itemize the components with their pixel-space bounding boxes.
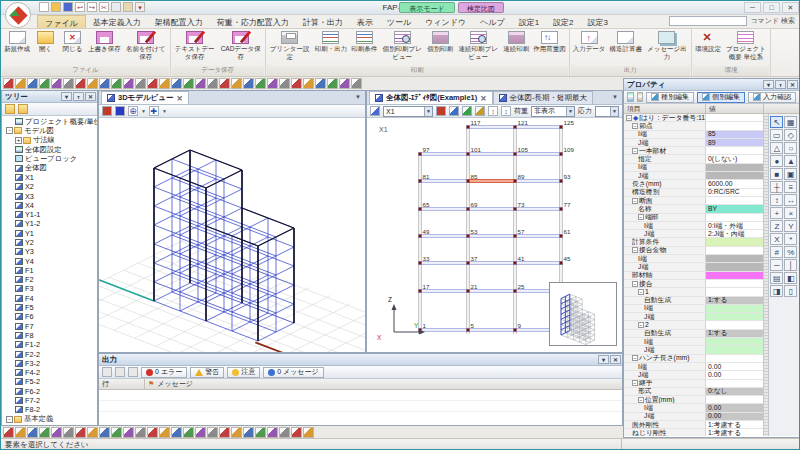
toolbar-icon[interactable] <box>63 427 74 438</box>
toolbar-icon[interactable] <box>303 78 314 89</box>
property-value[interactable]: 0(しない) <box>706 155 763 162</box>
ribbon-tab[interactable]: 基本定義入力 <box>86 15 148 28</box>
tree-item[interactable]: F5 <box>2 303 97 312</box>
ribbon-button[interactable]: メッセージ出力 <box>644 30 690 66</box>
expander-icon[interactable]: − <box>638 289 644 295</box>
filter-note-button[interactable]: 注意 <box>227 367 260 378</box>
palette-tool-icon[interactable]: * <box>784 233 797 245</box>
tree-item[interactable]: +寸法線 <box>2 136 97 145</box>
member-view-icon[interactable] <box>436 106 446 116</box>
property-value[interactable] <box>706 288 763 295</box>
pin-icon[interactable]: т <box>73 92 84 101</box>
frame-locator-inset[interactable] <box>549 282 617 346</box>
tree-item[interactable]: -基本定義 <box>2 415 97 424</box>
filter-warn-button[interactable]: 警告 <box>190 367 224 378</box>
tree-item[interactable]: -モデル図 <box>2 126 97 135</box>
tab-frame-editor[interactable]: 全体図-ｴﾃﾞｨﾀ図(Example1) ✕ <box>369 91 493 104</box>
palette-tool-icon[interactable]: # <box>770 246 783 258</box>
palette-tool-icon[interactable]: ▤ <box>770 272 783 284</box>
ribbon-tab[interactable]: 設定1 <box>512 15 546 28</box>
ribbon-button[interactable]: 構造計算書 <box>607 30 644 66</box>
prev-frame-icon[interactable]: ↕ <box>488 106 498 116</box>
property-value[interactable] <box>706 346 763 353</box>
toolbar-icon[interactable] <box>255 78 266 89</box>
property-value[interactable] <box>706 197 763 204</box>
ribbon-tab[interactable]: 計算・出力 <box>296 15 350 28</box>
tree-item[interactable]: プロジェクト概要/単位系 <box>2 117 97 126</box>
property-value[interactable]: 0:なし <box>706 388 763 395</box>
toolbar-icon[interactable] <box>51 427 62 438</box>
close-icon[interactable]: ✕ <box>787 80 798 89</box>
panel-menu-icon[interactable]: ▾ <box>598 355 609 364</box>
property-value[interactable] <box>706 114 763 121</box>
close-icon[interactable]: ✕ <box>610 355 621 364</box>
toolbar-icon[interactable] <box>255 427 266 438</box>
property-value[interactable]: 1:考慮する <box>706 421 763 428</box>
palette-tool-icon[interactable]: ◇ <box>784 129 797 141</box>
tree-item[interactable]: X1 <box>2 173 97 182</box>
toolbar-icon[interactable] <box>279 427 290 438</box>
frame-viewport[interactable]: 1171211259710110510981858993656973774953… <box>367 118 622 352</box>
ribbon-tab[interactable]: 設定2 <box>546 15 580 28</box>
property-value[interactable]: 2:J端・内端 <box>706 230 763 237</box>
clear-message-icon[interactable] <box>128 367 138 377</box>
ribbon-tab[interactable]: ファイル <box>37 15 86 28</box>
property-value[interactable]: 0.00 <box>706 363 763 370</box>
ribbon-tab[interactable]: ツール <box>380 15 418 28</box>
palette-tool-icon[interactable]: △ <box>770 142 783 154</box>
property-value[interactable] <box>706 355 763 362</box>
diagram-icon-1[interactable] <box>449 106 459 116</box>
tree-item[interactable]: F6 <box>2 312 97 321</box>
tree-expander-icon[interactable]: - <box>6 416 13 423</box>
tree-item[interactable]: Y4 <box>2 256 97 265</box>
palette-tool-icon[interactable]: ≡ <box>784 181 797 193</box>
toolbar-icon[interactable] <box>243 427 254 438</box>
toolbar-icon[interactable] <box>303 427 314 438</box>
property-value[interactable] <box>706 272 763 279</box>
toolbar-icon[interactable] <box>231 78 242 89</box>
tree-item[interactable]: X3 <box>2 191 97 200</box>
palette-tool-icon[interactable]: ▲ <box>784 155 797 167</box>
expander-icon[interactable]: − <box>632 198 638 204</box>
property-value[interactable] <box>706 214 763 221</box>
tree-item[interactable]: Y3 <box>2 247 97 256</box>
tree-item[interactable]: F2-2 <box>2 349 97 358</box>
ribbon-button[interactable]: 名前を付けて保存 <box>123 30 169 66</box>
expander-icon[interactable]: − <box>626 115 632 121</box>
ribbon-button[interactable]: 作用荷重図 <box>531 30 568 66</box>
collapse-all-icon[interactable] <box>5 104 15 114</box>
tree-item[interactable]: F6-2 <box>2 387 97 396</box>
ribbon-button[interactable]: 印刷条件 <box>349 30 379 66</box>
rotate-view-icon[interactable]: ⊕ <box>128 106 138 116</box>
toolbar-icon[interactable] <box>27 78 38 89</box>
toolbar-icon[interactable] <box>147 427 158 438</box>
toolbar-icon[interactable] <box>39 78 50 89</box>
toolbar-icon[interactable] <box>123 78 134 89</box>
toolbar-icon[interactable] <box>111 78 122 89</box>
tree-item[interactable]: F3 <box>2 284 97 293</box>
property-value[interactable]: 0.00 <box>706 404 763 411</box>
ribbon-button[interactable]: 連続印刷プレビュー <box>455 30 501 66</box>
close-icon[interactable]: ✕ <box>85 92 96 101</box>
app-logo-icon[interactable] <box>5 2 31 28</box>
toolbar-icon[interactable] <box>291 427 302 438</box>
expander-icon[interactable]: − <box>638 397 644 403</box>
tree-item[interactable]: F8 <box>2 331 97 340</box>
wire-view-icon[interactable] <box>115 106 125 116</box>
toolbar-icon[interactable] <box>27 427 38 438</box>
palette-tool-icon[interactable]: ○ <box>784 142 797 154</box>
ribbon-button[interactable]: 連続印刷 <box>501 30 531 66</box>
toolbar-icon[interactable] <box>135 427 146 438</box>
expander-icon[interactable]: − <box>632 380 638 386</box>
property-value[interactable] <box>706 305 763 312</box>
property-value[interactable] <box>706 164 763 171</box>
property-value[interactable] <box>706 263 763 270</box>
property-value[interactable] <box>706 255 763 262</box>
prop-mode-button[interactable]: 入力確認 <box>748 92 796 103</box>
property-value[interactable] <box>706 321 763 328</box>
palette-tool-icon[interactable]: ▭ <box>770 129 783 141</box>
maximize-button[interactable]: □ <box>763 2 780 13</box>
tree-item[interactable]: X4 <box>2 201 97 210</box>
toolbar-icon[interactable] <box>111 427 122 438</box>
filter-error-button[interactable]: 0 エラー <box>141 367 187 378</box>
